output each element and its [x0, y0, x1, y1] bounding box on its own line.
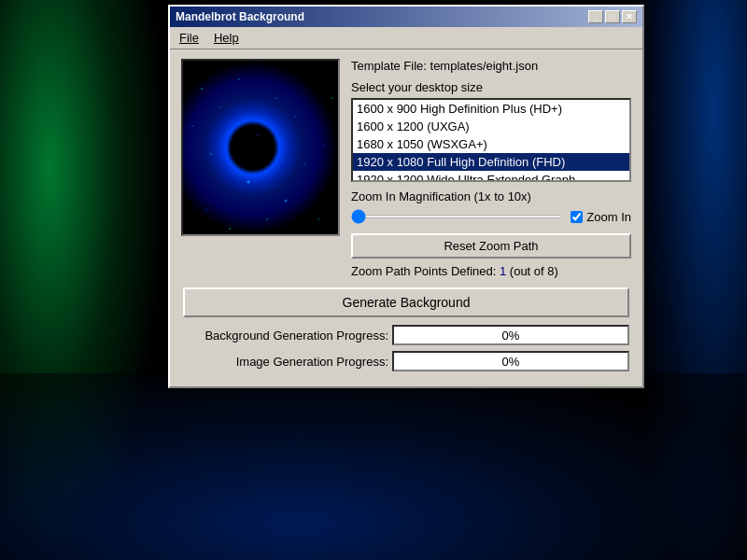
bg-progress-label: Background Generation Progress: [183, 329, 388, 343]
bottom-section: Generate Background Background Generatio… [181, 287, 631, 371]
desktop-size-label: Select your desktop size [351, 80, 631, 94]
zoom-in-checkbox-row: Zoom In [571, 210, 631, 224]
zoom-slider-container [351, 207, 563, 226]
main-row: Template File: templates/eight.json Sele… [181, 59, 631, 278]
minimize-button[interactable]: _ [588, 10, 603, 23]
menu-file-label: File [179, 31, 199, 45]
zoom-path-prefix: Zoom Path Points Defined: [351, 264, 500, 278]
window-title: Mandelbrot Background [176, 10, 304, 23]
zoom-slider[interactable] [351, 215, 563, 218]
img-progress-label: Image Generation Progress: [183, 355, 388, 369]
zoom-in-label: Zoom In [586, 210, 631, 224]
right-panel: Template File: templates/eight.json Sele… [351, 59, 631, 278]
reset-btn-row: Reset Zoom Path [351, 233, 631, 259]
zoom-path-suffix: (out of 8) [506, 264, 558, 278]
generate-background-button[interactable]: Generate Background [183, 287, 629, 317]
resolution-listbox-container: 1600 x 900 High Definition Plus (HD+) 16… [351, 98, 631, 182]
resolution-option-0: 1600 x 900 High Definition Plus (HD+) [353, 100, 629, 118]
reset-zoom-path-button[interactable]: Reset Zoom Path [351, 233, 631, 259]
resolution-listbox[interactable]: 1600 x 900 High Definition Plus (HD+) 16… [353, 100, 629, 180]
mandelbrot-image [183, 61, 338, 234]
menu-help[interactable]: Help [208, 29, 245, 47]
menu-bar: File Help [170, 27, 642, 49]
resolution-option-4: 1920 x 1200 Wide Ultra Extended Graph [353, 171, 629, 180]
zoom-in-checkbox[interactable] [571, 211, 583, 223]
bg-progress-row: Background Generation Progress: 0% [183, 325, 629, 345]
menu-help-label: Help [214, 31, 239, 45]
close-button[interactable]: ✕ [622, 10, 637, 23]
bg-progress-bar: 0% [392, 325, 629, 345]
background-bottom [0, 373, 747, 560]
maximize-button[interactable]: □ [605, 10, 620, 23]
dialog-window: Mandelbrot Background _ □ ✕ File Help Te… [168, 5, 644, 388]
menu-file[interactable]: File [174, 29, 204, 47]
resolution-option-1: 1600 x 1200 (UXGA) [353, 118, 629, 135]
zoom-row: Zoom In [351, 207, 631, 226]
img-progress-value: 0% [398, 355, 624, 369]
title-bar: Mandelbrot Background _ □ ✕ [170, 7, 642, 27]
template-label: Template File: templates/eight.json [351, 59, 631, 73]
zoom-label: Zoom In Magnification (1x to 10x) [351, 189, 631, 203]
resolution-option-3: 1920 x 1080 Full High Definition (FHD) [353, 153, 629, 171]
img-progress-bar: 0% [392, 351, 629, 371]
generate-btn-row: Generate Background [183, 287, 629, 317]
title-bar-buttons: _ □ ✕ [588, 10, 637, 23]
resolution-option-2: 1680 x 1050 (WSXGA+) [353, 135, 629, 153]
content-area: Template File: templates/eight.json Sele… [170, 49, 642, 386]
mandelbrot-preview[interactable] [181, 59, 340, 236]
img-progress-row: Image Generation Progress: 0% [183, 351, 629, 371]
bg-progress-value: 0% [398, 329, 624, 343]
zoom-section: Zoom In Magnification (1x to 10x) Zoom I… [351, 189, 631, 226]
zoom-path-info: Zoom Path Points Defined: 1 (out of 8) [351, 264, 631, 278]
